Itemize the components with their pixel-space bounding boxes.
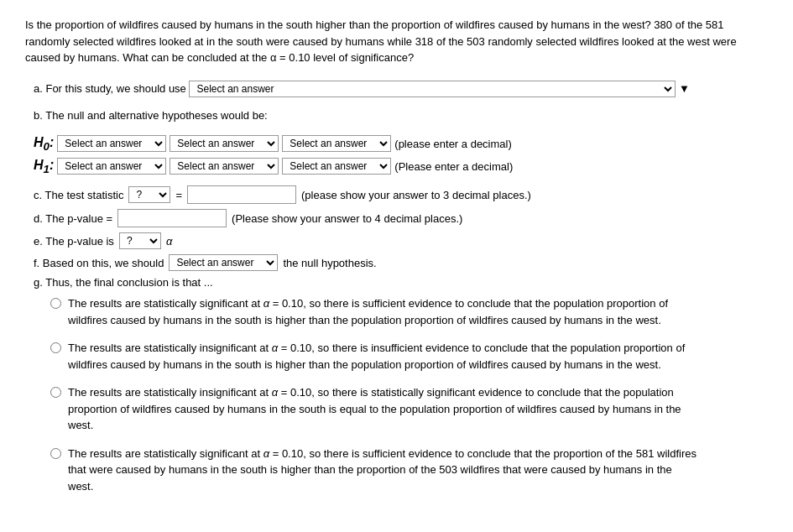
part-d-hint: (Please show your answer to 4 decimal pl…: [232, 212, 462, 225]
part-c-equals: =: [175, 189, 182, 201]
part-a-select[interactable]: Select an answer: [189, 81, 676, 97]
part-d-input[interactable]: [117, 209, 227, 227]
radio-option-2: The results are statistically insignific…: [50, 340, 768, 373]
part-f-suffix: the null hypothesis.: [283, 257, 376, 269]
question-text: Is the proportion of wildfires caused by…: [25, 17, 768, 66]
part-g: g. Thus, the final conclusion is that ..…: [34, 276, 768, 494]
radio-option-1: The results are statistically significan…: [50, 295, 768, 328]
part-b-label: b. The null and alternative hypotheses w…: [34, 109, 268, 122]
part-c-hint: (please show your answer to 3 decimal pl…: [301, 189, 531, 201]
part-f-select[interactable]: Select an answer: [169, 254, 278, 271]
part-c-select[interactable]: ? > < =: [128, 186, 170, 203]
part-e-select[interactable]: ? > < =: [119, 232, 161, 249]
part-c-label: c. The test statistic: [34, 189, 123, 201]
part-e-alpha: α: [166, 235, 172, 248]
part-d-label: d. The p-value =: [34, 212, 112, 225]
h0-select2[interactable]: Select an answer: [170, 135, 279, 152]
h1-decimal-hint: (Please enter a decimal): [394, 160, 513, 173]
h0-subscript: 0: [44, 140, 50, 153]
option-text-1: The results are statistically significan…: [68, 295, 697, 328]
part-e: e. The p-value is ? > < = α: [34, 232, 768, 249]
part-f-label: f. Based on this, we should: [34, 257, 164, 269]
h1-select3[interactable]: Select an answer: [282, 158, 391, 175]
radio-option-3: The results are statistically insignific…: [50, 384, 768, 434]
option-text-4: The results are statistically significan…: [68, 446, 697, 495]
part-f: f. Based on this, we should Select an an…: [34, 254, 768, 271]
h0-select3[interactable]: Select an answer: [282, 135, 391, 152]
radio-input-2[interactable]: [50, 342, 61, 353]
hypotheses-section: H0: Select an answer Select an answer Se…: [34, 135, 768, 175]
h1-subscript: 1: [44, 163, 50, 175]
h0-row: H0: Select an answer Select an answer Se…: [34, 135, 768, 153]
radio-input-3[interactable]: [50, 387, 61, 398]
part-c: c. The test statistic ? > < = = (please …: [34, 185, 768, 204]
h1-label: H1:: [34, 158, 54, 175]
option-text-2: The results are statistically insignific…: [68, 340, 697, 373]
h0-label: H0:: [34, 135, 54, 153]
h0-decimal-hint: (please enter a decimal): [394, 138, 511, 150]
h0-select1[interactable]: Select an answer: [57, 135, 166, 152]
part-a-label: a. For this study, we should use: [34, 82, 186, 95]
part-g-label: g. Thus, the final conclusion is that ..…: [34, 276, 768, 289]
h1-row: H1: Select an answer Select an answer Se…: [34, 158, 768, 175]
h1-select1[interactable]: Select an answer: [57, 158, 166, 175]
option-text-3: The results are statistically insignific…: [68, 384, 697, 434]
part-b: b. The null and alternative hypotheses w…: [34, 107, 768, 125]
part-a: a. For this study, we should use Select …: [34, 80, 768, 98]
part-a-dropdown-icon: ▼: [679, 82, 690, 95]
h1-select2[interactable]: Select an answer: [170, 158, 279, 175]
radio-input-1[interactable]: [50, 298, 61, 309]
radio-option-4: The results are statistically significan…: [50, 446, 768, 495]
radio-input-4[interactable]: [50, 448, 61, 459]
part-e-label: e. The p-value is: [34, 235, 114, 248]
part-d: d. The p-value = (Please show your answe…: [34, 209, 768, 227]
part-c-input[interactable]: [187, 185, 296, 204]
